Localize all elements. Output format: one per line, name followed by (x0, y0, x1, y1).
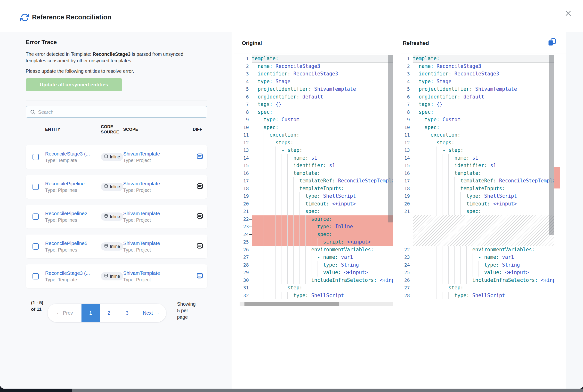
col-header-code-source: CODE SOURCE (101, 124, 123, 135)
row-checkbox[interactable] (32, 214, 39, 220)
line-number: 18 (401, 185, 413, 192)
pagination-range-label: (1 - 5) of 11 (31, 299, 48, 312)
code-line: 21spec: (401, 208, 554, 216)
line-number: 23 (401, 254, 413, 261)
code-line: 32type: ShellScript (240, 292, 393, 300)
app-scrollbar-strip (72, 388, 583, 392)
prev-page-button[interactable]: ←Prev (47, 304, 81, 322)
line-number: 26 (240, 246, 252, 254)
code-line: 6orgIdentifier: default (401, 93, 554, 101)
line-number: 12 (401, 139, 413, 147)
code-source-badge: Inline (101, 212, 123, 221)
close-button[interactable] (565, 10, 572, 18)
refreshed-vertical-scrollbar[interactable] (549, 55, 554, 235)
copy-button[interactable] (548, 38, 556, 47)
line-number: 16 (240, 170, 252, 177)
entity-link[interactable]: ReconcileStage3 (... (45, 270, 101, 276)
scope-link[interactable]: ShivamTemplate (123, 240, 193, 246)
code-line: 14name: s1 (240, 154, 393, 162)
diff-icon[interactable] (196, 272, 203, 280)
row-checkbox[interactable] (32, 184, 39, 190)
code-line: 26environmentVariables: (240, 246, 393, 254)
line-number: 4 (240, 78, 252, 86)
entity-type-label: Type: Template (45, 277, 101, 282)
code-line: 21spec: (240, 208, 393, 216)
line-number: 10 (240, 124, 252, 132)
line-number: 21 (401, 208, 413, 216)
error-description: The error detected in Template: Reconcil… (26, 51, 197, 64)
scope-link[interactable]: ShivamTemplate (123, 270, 193, 276)
divider (26, 100, 207, 100)
code-line: 28type: ShellScript (401, 292, 554, 300)
code-line: 29value: <+input> (240, 269, 393, 276)
code-line: 25value: <+input> (401, 269, 554, 276)
line-number: 5 (240, 86, 252, 93)
scope-link[interactable]: ShivamTemplate (123, 210, 193, 216)
row-checkbox[interactable] (32, 154, 39, 160)
line-number: 15 (401, 162, 413, 170)
line-number: 10 (401, 124, 413, 132)
inline-storage-icon (104, 274, 108, 279)
code-line: 12steps: (401, 139, 554, 147)
row-checkbox[interactable] (32, 273, 39, 280)
original-code-editor[interactable]: 1template:2name: ReconcileStage33identif… (240, 55, 393, 300)
code-line: 8spec: (240, 108, 393, 116)
row-checkbox[interactable] (32, 243, 39, 250)
line-number: 15 (240, 162, 252, 170)
line-number: 14 (401, 154, 413, 162)
update-all-unsynced-entities-button[interactable]: Update all unsynced entities (26, 78, 122, 91)
error-instruction: Please update the following entities to … (26, 68, 197, 74)
diff-icon[interactable] (196, 153, 203, 161)
page-button-2[interactable]: 2 (100, 304, 118, 322)
page-button-3[interactable]: 3 (118, 304, 136, 322)
entity-type-label: Type: Template (45, 158, 101, 163)
line-number: 20 (401, 200, 413, 208)
code-line: 1template: (401, 55, 554, 62)
entity-link[interactable]: ReconcilePipeline5 (45, 240, 101, 246)
scope-type-label: Type: Project (123, 188, 193, 193)
table-row: ReconcilePipeline5Type: PipelinesInlineS… (26, 234, 207, 258)
code-line: 16template: (240, 170, 393, 177)
line-number: 11 (240, 131, 252, 139)
scope-type-label: Type: Project (123, 217, 193, 223)
page-button-1[interactable]: 1 (81, 304, 100, 322)
diff-icon[interactable] (196, 212, 203, 220)
original-horizontal-scrollbar[interactable] (244, 302, 339, 306)
code-line: 9type: Custom (401, 116, 554, 124)
code-line: 12steps: (240, 139, 393, 147)
next-page-button[interactable]: Next→ (136, 304, 166, 322)
diff-icon[interactable] (196, 183, 203, 191)
entity-link[interactable]: ReconcileStage3 (... (45, 151, 101, 157)
search-box (26, 106, 207, 118)
code-line: 2name: ReconcileStage3 (401, 62, 554, 70)
entity-link[interactable]: ReconcilePipeline2 (45, 210, 101, 216)
code-line: 2name: ReconcileStage3 (240, 62, 393, 70)
code-line: 27- step: (401, 284, 554, 292)
refreshed-code-editor[interactable]: 1template:2name: ReconcileStage33identif… (401, 55, 554, 300)
line-number: 12 (240, 139, 252, 147)
original-vertical-scrollbar[interactable] (388, 55, 393, 222)
line-number: 8 (240, 108, 252, 116)
scope-link[interactable]: ShivamTemplate (123, 151, 193, 157)
code-source-badge: Inline (101, 153, 123, 161)
code-source-badge: Inline (101, 272, 123, 280)
line-number: 2 (240, 62, 252, 70)
line-number: 16 (401, 170, 413, 177)
table-header: ENTITY CODE SOURCE SCOPE DIFF (26, 124, 207, 135)
line-number: 24 (401, 261, 413, 269)
line-number: 9 (240, 116, 252, 124)
removed-line-marker (249, 234, 252, 235)
removed-line-marker (249, 219, 252, 220)
line-number: 22 (401, 246, 413, 254)
line-number: 14 (240, 154, 252, 162)
line-number: 13 (401, 146, 413, 154)
diff-icon[interactable] (196, 242, 203, 250)
code-line: 24spec: (240, 231, 393, 238)
search-input[interactable] (37, 106, 203, 118)
line-number: 28 (240, 261, 252, 269)
inline-storage-icon (104, 244, 108, 249)
line-number: 7 (240, 101, 252, 108)
entity-link[interactable]: ReconcilePipeline (45, 181, 101, 186)
scope-link[interactable]: ShivamTemplate (123, 181, 193, 186)
line-number: 13 (240, 146, 252, 154)
